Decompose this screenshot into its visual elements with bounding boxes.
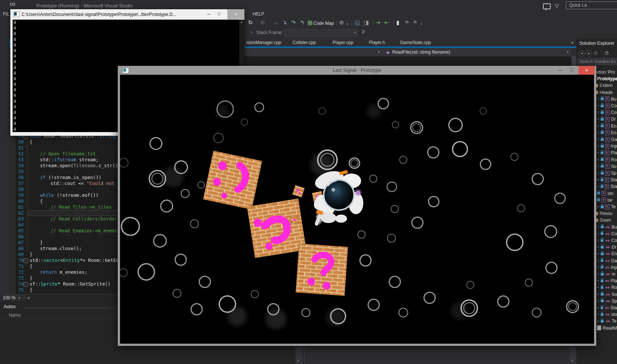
chevron-down-icon[interactable]: ▾ <box>354 31 356 34</box>
code-map-button[interactable]: Code Map <box>313 21 334 26</box>
code-line[interactable]: std::ifstream stream; <box>40 157 99 163</box>
game-titlebar[interactable]: Last Signal - Prototype – □ × <box>118 66 596 75</box>
code-map-icon[interactable]: ▦ <box>307 19 313 26</box>
feedback-icon[interactable] <box>543 3 551 9</box>
code-line[interactable]: } <box>40 240 43 246</box>
code-line[interactable]: { <box>40 198 43 204</box>
game-minimize-button[interactable]: – <box>558 67 561 73</box>
tab-gamestate-cpp[interactable]: GameState.cpp <box>400 39 431 47</box>
menu-help[interactable]: HELP <box>253 11 264 17</box>
tab-overflow-icon[interactable]: ▾ <box>571 41 573 45</box>
stack-frame-combo[interactable]: ▾ <box>284 29 358 37</box>
console-titlebar[interactable]: C:\Users\Anton\Documents\last-signal\Pro… <box>10 9 244 20</box>
se-home-icon[interactable]: ⌂ <box>594 49 597 55</box>
game-maximize-button[interactable]: □ <box>570 67 573 73</box>
tree-chevron-icon[interactable]: > <box>597 149 599 156</box>
quick-launch-input[interactable]: Quick La <box>566 1 617 9</box>
code-line[interactable]: stream.open(filename.c_str()); <box>40 163 124 169</box>
scroll-down-icon[interactable]: ▾ <box>571 359 573 363</box>
code-line[interactable]: return m_enemies; <box>40 269 87 275</box>
code-line[interactable]: { <box>30 139 33 145</box>
console-close-button[interactable]: × <box>227 9 244 19</box>
tree-chevron-icon[interactable]: > <box>597 116 599 122</box>
apply-code-changes-icon[interactable]: ⟲ <box>260 19 265 26</box>
tree-chevron-icon[interactable]: > <box>597 237 599 244</box>
tree-chevron-icon[interactable]: > <box>597 123 599 129</box>
tree-chevron-icon[interactable]: > <box>597 250 599 257</box>
se-pending-changes-icon[interactable]: ◷ <box>604 50 608 55</box>
code-line[interactable]: // Read Colliders(borders/w <box>50 216 126 222</box>
solution-search-input[interactable]: Search Solution Ex <box>578 58 617 65</box>
game-window[interactable]: Last Signal - Prototype – □ × <box>118 66 596 346</box>
tree-chevron-icon[interactable]: > <box>597 318 599 324</box>
hscroll-left-icon[interactable]: ◀ <box>27 296 30 300</box>
editor-vscroll[interactable] <box>571 56 576 66</box>
code-line[interactable]: while (!stream.eof()) <box>40 192 99 198</box>
tree-chevron-icon[interactable]: > <box>597 129 599 136</box>
tree-chevron-icon[interactable]: > <box>597 311 599 318</box>
se-back-icon[interactable]: ◄ <box>578 50 585 57</box>
code-line[interactable]: std::vector<Entity*> Room::GetEnem <box>30 257 124 263</box>
frames-swap-icon[interactable]: ⇵ <box>361 29 365 34</box>
game-close-button[interactable]: × <box>578 66 595 75</box>
indent-icon[interactable]: ⇥ <box>376 19 380 26</box>
chevron-down-icon[interactable]: ▾ <box>567 50 568 54</box>
tab-player-h[interactable]: Player.h <box>369 39 385 47</box>
fold-collapse-icon[interactable]: − <box>24 282 28 287</box>
breakpoints-dropdown-icon[interactable]: ▾ <box>347 22 348 26</box>
tree-chevron-icon[interactable]: > <box>597 183 599 190</box>
code-line[interactable]: { <box>30 263 33 269</box>
autos-name-column[interactable]: Name <box>9 313 21 318</box>
nav-members-combo[interactable]: ◆ ReadFile(std::string filename) ▾ <box>382 48 570 56</box>
code-line[interactable]: { <box>30 287 33 293</box>
tab-collisionmanager-cpp[interactable]: isionManager.cpp <box>246 39 281 47</box>
prev-bookmark-icon[interactable]: ⚑ <box>404 19 409 26</box>
chevron-down-icon[interactable]: ▾ <box>378 50 380 54</box>
autos-panel-title[interactable]: Autos <box>4 304 16 309</box>
code-line[interactable]: std::cout << "Could not op <box>50 181 123 186</box>
tree-chevron-icon[interactable]: > <box>597 230 599 237</box>
tree-chevron-icon[interactable]: > <box>597 291 599 298</box>
tree-chevron-icon[interactable]: > <box>597 298 599 304</box>
tree-chevron-icon[interactable]: > <box>597 109 599 116</box>
zoom-control[interactable]: 100 % <box>1 294 26 301</box>
step-out-icon[interactable]: ↰ <box>300 19 305 26</box>
step-over-icon[interactable]: ↷ <box>291 19 296 26</box>
tree-chevron-icon[interactable]: > <box>597 244 599 250</box>
notifications-filter-icon[interactable]: ▽ <box>555 3 559 9</box>
restart-debug-icon[interactable]: ↻ <box>248 19 253 26</box>
scroll-up-icon[interactable]: ∧ <box>240 20 243 24</box>
clear-frame-icon[interactable]: × <box>250 30 253 34</box>
tree-chevron-icon[interactable]: > <box>597 143 599 149</box>
tree-chevron-icon[interactable]: > <box>597 224 599 230</box>
tab-player-cpp[interactable]: Player.cpp <box>333 39 353 47</box>
copy-window-icon[interactable]: ◨ <box>364 19 369 26</box>
tree-chevron-icon[interactable]: > <box>597 156 599 163</box>
code-line[interactable]: } <box>30 275 33 281</box>
menu-file[interactable]: FIL <box>3 11 9 17</box>
toolbar-options-icon[interactable]: ▾ <box>421 22 423 26</box>
code-line[interactable]: sf::Sprite* Room::GetSprite() <box>30 281 110 287</box>
code-line[interactable]: stream.close(); <box>40 246 82 252</box>
tree-chevron-icon[interactable]: > <box>597 264 599 271</box>
next-bookmark-icon[interactable]: ⚑ <box>413 19 417 26</box>
tree-chevron-icon[interactable]: > <box>597 304 599 311</box>
code-line[interactable]: // Read Enemies->m_enemies <box>50 228 123 234</box>
scroll-down-icon[interactable]: ▾ <box>297 359 299 363</box>
tree-chevron-icon[interactable]: > <box>597 203 599 210</box>
outdent-icon[interactable]: ⇤ <box>384 19 389 26</box>
tree-chevron-icon[interactable]: > <box>597 102 599 109</box>
se-forward-icon[interactable]: ► <box>586 50 592 57</box>
tree-chevron-icon[interactable]: > <box>597 96 599 102</box>
code-line[interactable]: // Read Tiles->m_tiles <box>50 204 112 210</box>
bookmark-icon[interactable]: ▮ <box>396 19 399 26</box>
code-line[interactable]: if (!stream.is_open()) <box>40 175 101 181</box>
tree-chevron-icon[interactable]: > <box>597 284 599 291</box>
code-line[interactable]: // Open filename.txt <box>40 151 96 157</box>
tree-chevron-icon[interactable]: > <box>597 277 599 284</box>
tab-collider-cpp[interactable]: Collider.cpp <box>293 39 316 47</box>
zoom-dropdown-icon[interactable]: ▾ <box>19 296 20 300</box>
tree-chevron-icon[interactable]: > <box>597 271 599 277</box>
console-maximize-button[interactable]: □ <box>218 11 220 16</box>
tree-chevron-icon[interactable]: > <box>597 136 599 143</box>
